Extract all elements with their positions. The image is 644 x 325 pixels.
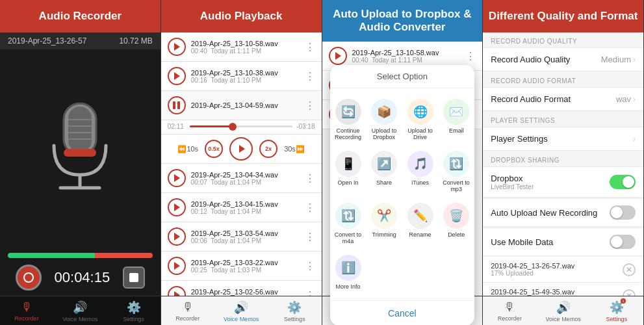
option-upload-dropbox[interactable]: 📦 Upload to Dropbox (366, 94, 402, 146)
nav-recorder-p4[interactable]: 🎙 Recorder (483, 300, 536, 322)
cancel-upload-1[interactable]: ✕ (623, 263, 636, 276)
section-header-player: PLAYER SETTINGS (483, 112, 643, 127)
option-more-info-label: More Info (336, 283, 361, 290)
filename-3: 2019-Apr-25_13-04-59.wav (191, 101, 300, 109)
record-button[interactable] (16, 265, 42, 291)
play-button-5[interactable] (168, 198, 186, 216)
nav-recorder-label-p2: Recorder (175, 315, 200, 322)
option-itunes[interactable]: 🎵 iTunes (402, 146, 439, 198)
dropbox-row[interactable]: Dropbox LiveBird Tester (483, 166, 643, 198)
option-trimming[interactable]: ✂️ Trimming (366, 198, 402, 250)
more-button-3[interactable]: ⋮ (305, 99, 315, 112)
seek-bar-container: 02:11 -03:18 (161, 120, 322, 135)
nav-voice-memos-p2[interactable]: 🔊 Voice Memos (214, 300, 268, 322)
option-share-label: Share (376, 179, 392, 186)
option-continue-recording[interactable]: 🔄 Continue Recording (330, 94, 367, 146)
player-settings-chevron: › (633, 135, 636, 144)
play-item-5[interactable]: 2019-Apr-25_13-04-15.wav 00:12 Today at … (161, 193, 322, 222)
nav-settings-p4[interactable]: ⚙️ 1 Settings (590, 300, 643, 322)
more-button-1[interactable]: ⋮ (305, 41, 315, 53)
nav-voice-memos[interactable]: 🔊 Voice Memos (53, 300, 107, 322)
nav-recorder-p2[interactable]: 🎙 Recorder (161, 300, 214, 322)
play-item-1[interactable]: 2019-Apr-25_13-10-58.wav 00:40 Today at … (161, 32, 322, 62)
settings-bottom-nav: 🎙 Recorder 🔊 Voice Memos ⚙️ 1 Settings (483, 296, 643, 325)
more-button-2[interactable]: ⋮ (305, 70, 315, 83)
play-button-7[interactable] (168, 257, 186, 275)
nav-settings-p2[interactable]: ⚙️ Settings (268, 300, 321, 322)
option-delete[interactable]: 🗑️ Delete (438, 198, 474, 250)
dropbox-toggle[interactable] (610, 175, 636, 189)
cancel-row: Cancel (330, 300, 474, 325)
player-settings-label: Player Settings (491, 134, 547, 144)
option-upload-drive[interactable]: 🌐 Upload to Drive (402, 94, 439, 146)
option-rename[interactable]: ✏️ Rename (402, 198, 439, 250)
option-share[interactable]: ↗️ Share (366, 146, 402, 198)
seek-track[interactable] (190, 125, 292, 127)
option-continue-label: Continue Recording (333, 127, 364, 140)
level-bar (8, 253, 153, 258)
cancel-upload-2[interactable]: ✕ (623, 289, 636, 296)
option-convert-mp3[interactable]: 🔃 Convert to mp3 (438, 146, 474, 198)
play-button-1[interactable] (168, 38, 186, 56)
nav-recorder-label-p4: Recorder (498, 315, 522, 322)
convert-mp3-icon: 🔃 (443, 151, 469, 177)
svg-rect-8 (64, 149, 96, 157)
more-button-4[interactable]: ⋮ (305, 172, 315, 185)
meta-1: 00:40 Today at 1:11 PM (191, 47, 300, 55)
filename-6: 2019-Apr-25_13-03-54.wav (191, 229, 300, 237)
nav-recorder-label: Recorder (15, 315, 39, 322)
player-settings-row[interactable]: Player Settings › (483, 127, 643, 151)
timer-display: 00:04:15 (55, 269, 110, 286)
playback-bottom-nav: 🎙 Recorder 🔊 Voice Memos ⚙️ Settings (161, 296, 322, 325)
settings-panel: Different Quality and Format RECORD AUDI… (483, 0, 644, 325)
option-rename-label: Rename (409, 231, 431, 238)
play-item-3[interactable]: 2019-Apr-25_13-04-59.wav ⋮ (161, 91, 322, 120)
play-button-6[interactable] (168, 228, 186, 246)
recorder-icon-p4: 🎙 (504, 300, 515, 314)
nav-recorder[interactable]: 🎙 Recorder (0, 300, 53, 322)
main-play-button[interactable] (229, 137, 253, 161)
nav-voice-memos-p4[interactable]: 🔊 Voice Memos (537, 300, 590, 322)
more-button-6[interactable]: ⋮ (305, 231, 315, 243)
play-item-8[interactable]: 2019-Apr-25_13-02-56.wav 00:03 Today at … (161, 281, 322, 296)
playback-list: 2019-Apr-25_13-10-58.wav 00:40 Today at … (161, 32, 322, 296)
mobile-data-label: Use Mobile Data (491, 237, 553, 247)
play-button-4[interactable] (168, 169, 186, 187)
continue-recording-icon: 🔄 (335, 99, 361, 125)
mobile-data-toggle[interactable] (610, 235, 636, 249)
auto-upload-row[interactable]: Auto Upload New Recording (483, 198, 643, 227)
stop-button[interactable] (123, 266, 145, 289)
meta-2: 00:16 Today at 1:10 PM (191, 77, 300, 84)
nav-settings[interactable]: ⚙️ Settings (107, 300, 161, 322)
play-item-2[interactable]: 2019-Apr-25_13-10-38.wav 00:16 Today at … (161, 62, 322, 91)
more-button-8[interactable]: ⋮ (305, 289, 315, 296)
rewind-10s[interactable]: ⏪10s (177, 145, 198, 153)
option-open-in[interactable]: 📱 Open In (330, 146, 367, 198)
pause-button-3[interactable] (168, 96, 186, 114)
option-convert-m4a[interactable]: 🔃 Convert to m4a (330, 198, 367, 250)
cancel-button[interactable]: Cancel (388, 308, 417, 318)
record-audio-format-row[interactable]: Record Audio Format wav › (483, 87, 643, 111)
record-audio-format-value: wav › (616, 94, 636, 104)
settings-badge: 1 (621, 298, 626, 304)
play-button-8[interactable] (168, 286, 186, 296)
auto-upload-toggle[interactable] (610, 205, 636, 220)
more-button-5[interactable]: ⋮ (305, 202, 315, 214)
share-icon: ↗️ (371, 151, 397, 177)
speed-05x[interactable]: 0.5x (205, 140, 223, 158)
play-item-7[interactable]: 2019-Apr-25_13-03-22.wav 00:25 Today at … (161, 252, 322, 281)
option-email[interactable]: ✉️ Email (438, 94, 474, 146)
play-item-6[interactable]: 2019-Apr-25_13-03-54.wav 00:06 Today at … (161, 222, 322, 252)
forward-30s[interactable]: 30s⏩ (284, 145, 305, 153)
play-item-4[interactable]: 2019-Apr-25_13-04-34.wav 00:07 Today at … (161, 164, 322, 193)
play-button-2[interactable] (168, 67, 186, 85)
upload-file-1-name: 2019-04-25_13-26-57.wav (491, 262, 623, 270)
playback-controls: ⏪10s 0.5x 2x 30s⏩ (161, 135, 322, 164)
record-audio-quality-row[interactable]: Record Audio Quality Medium › (483, 47, 643, 72)
speed-2x[interactable]: 2x (259, 140, 277, 158)
meta-7: 00:25 Today at 1:03 PM (191, 266, 300, 274)
more-button-7[interactable]: ⋮ (305, 260, 315, 272)
option-more-info[interactable]: ℹ️ More Info (330, 250, 367, 295)
mobile-data-row[interactable]: Use Mobile Data (483, 228, 643, 256)
select-option-title: Select Option (330, 65, 474, 88)
